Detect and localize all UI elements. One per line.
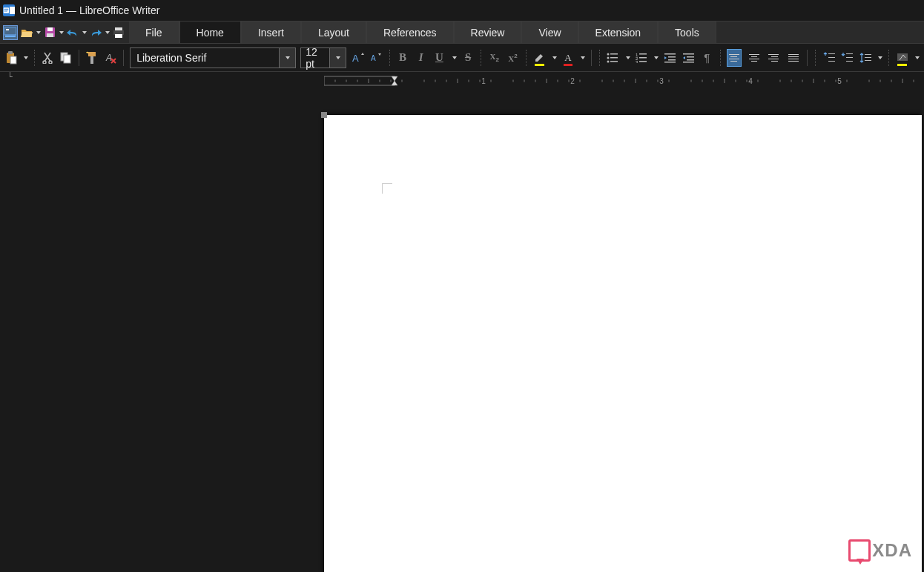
font-size-input[interactable]: 12 pt bbox=[301, 46, 329, 70]
italic-button[interactable]: I bbox=[414, 49, 428, 67]
svg-rect-42 bbox=[687, 56, 694, 58]
svg-rect-3 bbox=[4, 11, 7, 12]
decrease-para-spacing-button[interactable] bbox=[840, 49, 854, 67]
svg-text:3: 3 bbox=[659, 77, 664, 85]
open-dropdown[interactable] bbox=[36, 31, 41, 34]
svg-text:4: 4 bbox=[748, 77, 753, 85]
svg-rect-39 bbox=[668, 59, 676, 61]
font-name-selector[interactable]: Liberation Serif bbox=[130, 47, 296, 68]
line-spacing-button[interactable] bbox=[859, 49, 873, 67]
paragraph-bg-button[interactable] bbox=[895, 49, 909, 67]
watermark: XDA bbox=[848, 539, 912, 562]
svg-rect-21 bbox=[90, 56, 93, 64]
align-left-button[interactable] bbox=[727, 49, 742, 67]
font-size-selector[interactable]: 12 pt bbox=[300, 47, 346, 68]
svg-rect-45 bbox=[828, 53, 835, 54]
clear-formatting-button[interactable]: A bbox=[104, 49, 118, 67]
page[interactable] bbox=[324, 115, 922, 572]
undo-dropdown[interactable] bbox=[82, 31, 87, 34]
title-bar: Untitled 1 — LibreOffice Writer bbox=[0, 0, 924, 21]
decrease-font-button[interactable]: A bbox=[369, 49, 383, 67]
font-color-dropdown[interactable] bbox=[581, 56, 585, 59]
numbered-list-button[interactable]: 123 bbox=[635, 49, 649, 67]
open-button[interactable] bbox=[19, 25, 34, 40]
formatting-marks-button[interactable]: ¶ bbox=[700, 49, 714, 67]
bullet-list-dropdown[interactable] bbox=[626, 56, 630, 59]
increase-font-button[interactable]: A bbox=[351, 49, 365, 67]
svg-rect-38 bbox=[668, 56, 676, 58]
separator bbox=[34, 50, 35, 66]
tab-extension[interactable]: Extension bbox=[578, 22, 658, 43]
save-button[interactable] bbox=[42, 25, 57, 40]
svg-rect-41 bbox=[683, 53, 694, 55]
increase-para-spacing-button[interactable] bbox=[822, 49, 836, 67]
copy-button[interactable] bbox=[59, 49, 73, 67]
tab-insert[interactable]: Insert bbox=[241, 22, 301, 43]
tab-insert-label: Insert bbox=[258, 27, 284, 39]
numbered-list-dropdown[interactable] bbox=[654, 56, 659, 59]
svg-rect-49 bbox=[846, 57, 853, 58]
tab-layout[interactable]: Layout bbox=[301, 22, 366, 43]
separator bbox=[481, 50, 481, 66]
horizontal-ruler[interactable]: 12345 bbox=[324, 75, 924, 85]
align-justify-button[interactable] bbox=[786, 49, 802, 67]
align-right-button[interactable] bbox=[766, 49, 782, 67]
document-area[interactable] bbox=[0, 87, 924, 572]
print-button[interactable] bbox=[111, 25, 126, 40]
tab-home[interactable]: Home bbox=[179, 22, 241, 43]
paragraph-bg-dropdown[interactable] bbox=[915, 56, 920, 59]
clone-formatting-button[interactable] bbox=[85, 49, 99, 67]
redo-dropdown[interactable] bbox=[105, 31, 110, 34]
underline-button[interactable]: U bbox=[432, 49, 446, 67]
align-center-button[interactable] bbox=[746, 49, 762, 67]
decrease-indent-button[interactable] bbox=[682, 49, 696, 67]
highlight-dropdown[interactable] bbox=[552, 56, 557, 59]
separator bbox=[526, 50, 527, 66]
paste-dropdown[interactable] bbox=[24, 56, 28, 59]
window-title: Untitled 1 — LibreOffice Writer bbox=[19, 4, 159, 16]
tab-tools[interactable]: Tools bbox=[658, 22, 716, 43]
line-spacing-dropdown[interactable] bbox=[878, 56, 882, 59]
svg-rect-34 bbox=[639, 57, 647, 59]
save-dropdown[interactable] bbox=[59, 31, 64, 34]
svg-rect-8 bbox=[47, 27, 53, 31]
svg-rect-55 bbox=[324, 76, 395, 85]
cut-button[interactable] bbox=[41, 49, 55, 67]
tab-view-label: View bbox=[538, 27, 561, 39]
font-size-dropdown[interactable] bbox=[329, 48, 346, 68]
tab-home-label: Home bbox=[197, 27, 224, 39]
font-color-button[interactable]: A bbox=[561, 49, 575, 67]
tab-review-label: Review bbox=[471, 27, 505, 39]
paste-button[interactable] bbox=[4, 49, 19, 67]
tab-view[interactable]: View bbox=[521, 22, 578, 43]
superscript-button[interactable]: X2 bbox=[506, 49, 520, 67]
svg-rect-2 bbox=[4, 10, 8, 10]
svg-rect-30 bbox=[610, 61, 618, 62]
tabs: File Home Insert Layout References Revie… bbox=[129, 22, 716, 43]
redo-button[interactable] bbox=[88, 25, 103, 40]
watermark-text: XDA bbox=[872, 540, 912, 561]
tab-file[interactable]: File bbox=[129, 22, 179, 43]
svg-rect-37 bbox=[664, 53, 676, 55]
strikethrough-button[interactable]: S bbox=[461, 49, 475, 67]
highlight-button[interactable] bbox=[532, 49, 547, 67]
svg-rect-48 bbox=[846, 53, 853, 54]
menubar-toggle-button[interactable] bbox=[3, 25, 18, 40]
font-name-dropdown[interactable] bbox=[279, 48, 295, 68]
increase-indent-button[interactable] bbox=[663, 49, 677, 67]
font-name-input[interactable]: Liberation Serif bbox=[131, 52, 279, 64]
bullet-list-button[interactable] bbox=[606, 49, 620, 67]
svg-rect-20 bbox=[88, 52, 96, 56]
underline-dropdown[interactable] bbox=[452, 56, 457, 59]
undo-button[interactable] bbox=[65, 25, 80, 40]
svg-rect-15 bbox=[10, 56, 16, 64]
tab-references[interactable]: References bbox=[366, 22, 454, 43]
bold-button[interactable]: B bbox=[396, 49, 410, 67]
svg-rect-53 bbox=[865, 60, 871, 61]
margin-marker bbox=[382, 183, 392, 194]
subscript-button[interactable]: X2 bbox=[487, 49, 501, 67]
svg-rect-19 bbox=[64, 55, 70, 63]
svg-rect-54 bbox=[897, 53, 908, 61]
separator bbox=[591, 50, 592, 66]
tab-review[interactable]: Review bbox=[454, 22, 522, 43]
